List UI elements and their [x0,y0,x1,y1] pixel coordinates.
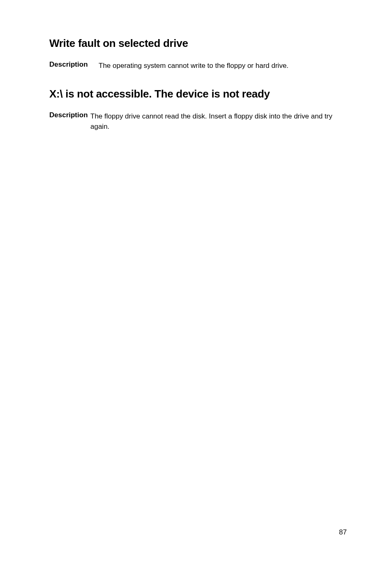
description-row: Description The operating system cannot … [49,60,347,71]
description-text: The operating system cannot write to the… [99,60,288,71]
description-row: Description The floppy drive cannot read… [49,111,347,132]
heading-not-accessible: X:\ is not accessible. The device is not… [49,88,347,100]
description-label: Description [49,111,90,119]
section-write-fault: Write fault on selected drive Descriptio… [49,37,347,71]
section-not-accessible: X:\ is not accessible. The device is not… [49,88,347,132]
description-label: Description [49,60,99,69]
heading-write-fault: Write fault on selected drive [49,37,347,50]
page-content: Write fault on selected drive Descriptio… [0,0,392,132]
page-number: 87 [339,528,347,536]
description-text: The floppy drive cannot read the disk. I… [90,111,347,132]
